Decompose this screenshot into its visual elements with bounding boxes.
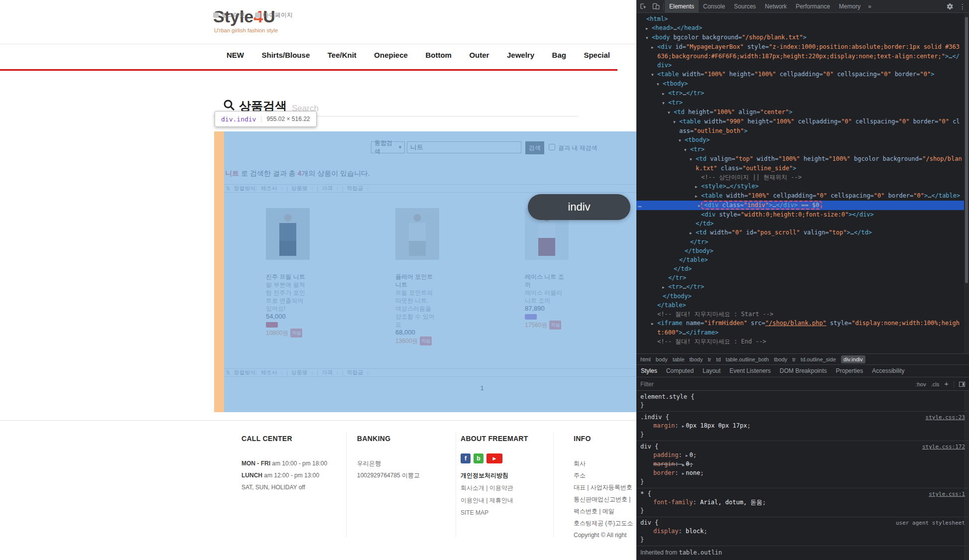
css-declaration[interactable]: font-family: Arial, dotum, 돋움; xyxy=(640,498,965,507)
kebab-menu-icon[interactable]: ⋮ xyxy=(956,0,969,13)
devtools-tab-network[interactable]: Network xyxy=(760,0,791,12)
styles-filter-input[interactable]: Filter xyxy=(640,381,911,388)
toggle-pseudo-button[interactable]: :hov xyxy=(916,381,926,387)
breadcrumb-item-tr[interactable]: tr xyxy=(708,356,711,362)
blog-icon[interactable]: b xyxy=(474,453,484,463)
stylesheet-link[interactable]: user agent stylesheet xyxy=(896,519,965,527)
dom-node[interactable]: <!-- 상단이미지 || 현재위치 --> xyxy=(636,173,964,182)
breadcrumb-item-div.indiv[interactable]: div.indiv xyxy=(841,355,865,363)
css-declaration[interactable]: margin: ▸0px 18px 0px 17px; xyxy=(640,422,965,431)
dom-node[interactable]: </td> xyxy=(636,219,964,228)
dom-node[interactable]: ▸<head>…</head> xyxy=(636,23,964,33)
node-actions-icon[interactable]: … xyxy=(638,201,642,210)
nav-item-tee-knit[interactable]: Tee/Knit xyxy=(328,51,357,59)
product-image[interactable] xyxy=(266,208,310,260)
css-declaration[interactable]: border: ▸none; xyxy=(640,469,965,478)
research-checkbox[interactable] xyxy=(549,144,555,150)
nav-item-outer[interactable]: Outer xyxy=(469,51,489,59)
breadcrumb-item-table.outline_both[interactable]: table.outline_both xyxy=(726,356,769,362)
sort-option-3[interactable]: 적립금 xyxy=(347,185,363,192)
expand-arrow-icon[interactable]: ▸ xyxy=(662,283,668,292)
device-toolbar-icon[interactable] xyxy=(649,0,662,13)
expand-arrow-icon[interactable]: ▸ xyxy=(646,24,652,33)
dom-node[interactable]: ▾<td valign="top" width="100%" height="1… xyxy=(636,154,964,173)
toggle-class-button[interactable]: .cls xyxy=(931,381,940,387)
expand-arrow-icon[interactable]: ▾ xyxy=(690,155,696,164)
page-number[interactable]: 1 xyxy=(480,384,484,392)
expand-arrow-icon[interactable]: ▸ xyxy=(695,182,701,191)
expand-arrow-icon[interactable]: ▾ xyxy=(651,70,657,79)
dom-node[interactable]: </table> xyxy=(636,255,964,264)
search-submit-button[interactable]: 검색 xyxy=(525,141,544,154)
devtools-tab-elements[interactable]: Elements xyxy=(665,0,699,12)
search-keyword-input[interactable] xyxy=(407,141,521,153)
expand-shorthand-icon[interactable]: ▸ xyxy=(682,471,685,476)
search-scope-select[interactable]: 통합검색 ▼ xyxy=(371,141,405,153)
css-selector-line[interactable]: * { xyxy=(640,490,965,498)
styles-tab-properties[interactable]: Properties xyxy=(832,364,868,377)
expand-arrow-icon[interactable]: ▾ xyxy=(662,99,668,108)
more-tabs-chevron[interactable]: » xyxy=(865,3,874,10)
nav-item-bottom[interactable]: Bottom xyxy=(425,51,452,59)
dom-node[interactable]: ▸<div id="MypageLayerBox" style="z-index… xyxy=(636,42,964,70)
sort-option-3[interactable]: 적립금 xyxy=(347,369,363,376)
expand-arrow-icon[interactable]: ▸ xyxy=(690,228,696,237)
styles-tab-event-listeners[interactable]: Event Listeners xyxy=(725,364,775,377)
stylesheet-link[interactable]: style.css:23 xyxy=(926,413,965,422)
sort-option-2[interactable]: 가격 xyxy=(322,185,333,192)
breadcrumb-item-table[interactable]: table xyxy=(673,356,685,362)
nav-item-shirts-blouse[interactable]: Shirts/Blouse xyxy=(262,51,310,59)
dom-node[interactable]: <html> xyxy=(636,14,964,23)
expand-arrow-icon[interactable]: ▸ xyxy=(662,89,668,98)
nav-item-jewelry[interactable]: Jewelry xyxy=(507,51,534,59)
youtube-icon[interactable]: ▶ xyxy=(486,453,502,463)
dom-node-selected[interactable]: …▸<div class="indiv">…</div> == $0 xyxy=(636,201,964,210)
dom-node[interactable]: ▸<tr>…</tr> xyxy=(636,282,964,292)
breadcrumb-item-tbody[interactable]: tbody xyxy=(690,356,703,362)
breadcrumb-item-td[interactable]: td xyxy=(716,356,721,362)
dom-node[interactable]: ▾<table width="990" height="100%" cellpa… xyxy=(636,117,964,135)
dom-node[interactable]: </table> xyxy=(636,301,964,310)
product-card[interactable]: 플레어 포인트니트프릴 포인트의따뜻한 니트.여성스러움을강조할 수 있어요68… xyxy=(395,208,525,345)
dom-node[interactable]: ▸<td width="0" id="pos_scroll" valign="t… xyxy=(636,228,964,237)
footer-link[interactable]: 개인정보처리방침 xyxy=(461,469,565,482)
computed-sidebar-icon[interactable] xyxy=(959,382,965,387)
product-image[interactable] xyxy=(395,208,439,260)
dom-node[interactable]: ▸<table width="100%" cellpadding="0" cel… xyxy=(636,191,964,201)
facebook-icon[interactable]: f xyxy=(461,453,471,463)
sort-option-0[interactable]: 제조사 xyxy=(260,369,277,376)
css-selector-line[interactable]: element.style { xyxy=(640,393,965,401)
sort-option-2[interactable]: 가격 xyxy=(322,369,333,376)
dom-node[interactable]: </tbody> xyxy=(636,246,964,255)
expand-arrow-icon[interactable]: ▾ xyxy=(679,136,685,145)
expand-arrow-icon[interactable]: ▾ xyxy=(684,145,690,154)
styles-tab-styles[interactable]: Styles xyxy=(636,364,662,377)
stylesheet-link[interactable]: style.css:172 xyxy=(922,443,965,451)
expand-shorthand-icon[interactable]: ▸ xyxy=(682,424,685,429)
css-selector-line[interactable]: div { xyxy=(640,443,965,451)
product-card[interactable]: 진주 프릴 니트팔 부분에 펼쳐럼 진주가 포인트로 연출되어있어요!54,00… xyxy=(266,208,395,345)
footer-link[interactable]: 회사소개 | 이용약관 xyxy=(461,482,565,494)
dom-node[interactable]: </tr> xyxy=(636,273,964,282)
devtools-tab-sources[interactable]: Sources xyxy=(729,0,760,12)
css-declaration[interactable]: display: block; xyxy=(640,527,965,536)
expand-shorthand-icon[interactable]: ▸ xyxy=(686,453,688,458)
sort-option-1[interactable]: 상품명 xyxy=(291,185,308,192)
dom-node[interactable]: ▸<style>…</style> xyxy=(636,182,964,191)
devtools-tab-memory[interactable]: Memory xyxy=(835,0,865,12)
dom-node[interactable]: ▾<table width="100%" height="100%" cellp… xyxy=(636,70,964,79)
sort-option-1[interactable]: 상품명 xyxy=(291,369,308,376)
expand-arrow-icon[interactable]: ▸ xyxy=(695,192,701,201)
dom-node[interactable]: ▸<tr>…</tr> xyxy=(636,89,964,98)
product-card[interactable]: 레이스 니트 조끼레이스 러블리니트 조끼87,89017560원적립 xyxy=(525,208,636,345)
user-link[interactable]: 마이페이지 xyxy=(255,11,293,19)
styles-tab-layout[interactable]: Layout xyxy=(698,364,725,377)
dom-node[interactable]: </tbody> xyxy=(636,292,964,301)
devtools-tab-console[interactable]: Console xyxy=(699,0,729,12)
stylesheet-link[interactable]: style.css:1 xyxy=(929,490,965,498)
styles-tab-accessibility[interactable]: Accessibility xyxy=(867,364,909,377)
dom-node[interactable]: </tr> xyxy=(636,237,964,246)
breadcrumb-item-tbody[interactable]: tbody xyxy=(774,356,787,362)
dom-node[interactable]: ▾<tbody> xyxy=(636,135,964,145)
nav-item-special[interactable]: Special xyxy=(584,51,610,59)
